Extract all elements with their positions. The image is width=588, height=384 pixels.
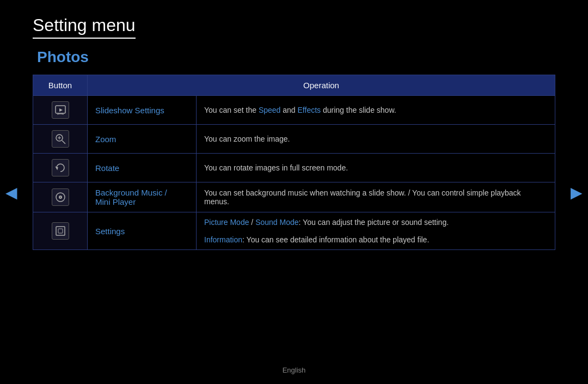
highlight-speed: Speed [259,106,280,114]
page-container: Setting menu Photos Button Operation [0,0,588,261]
settings-icon [52,222,69,240]
icon-cell-settings [33,212,88,250]
table-row: Slideshow Settings You can set the Speed… [33,96,555,125]
page-title: Setting menu [33,15,136,39]
footer-language: English [283,366,306,374]
highlight-sound-mode: Sound Mode [255,218,298,227]
icon-cell-music [33,182,88,212]
row-name-settings: Settings [88,212,197,250]
table-row: Settings Picture Mode / Sound Mode: You … [33,212,555,250]
highlight-information: Information [204,235,242,244]
col-header-operation: Operation [88,75,555,96]
highlight-picture-mode: Picture Mode [204,218,249,227]
row-name-music: Background Music / Mini Player [88,182,197,212]
highlight-effects: Effects [298,106,321,114]
zoom-icon [52,130,69,148]
nav-arrow-right[interactable]: ▶ [571,183,583,201]
icon-cell-rotate [33,154,88,182]
table-wrapper: Button Operation [33,75,555,250]
rotate-icon [52,159,69,176]
col-header-button: Button [33,75,88,96]
table-row: Background Music / Mini Player You can s… [33,182,555,212]
slideshow-icon [52,101,69,119]
music-icon [52,188,69,206]
row-name-slideshow: Slideshow Settings [88,96,197,125]
svg-line-2 [62,141,65,144]
icon-cell-zoom [33,125,88,154]
table-row: Zoom You can zoom the image. [33,125,555,154]
nav-arrow-left[interactable]: ◀ [5,183,17,201]
row-op-slideshow: You can set the Speed and Effects during… [197,96,555,125]
row-name-zoom: Zoom [88,125,197,154]
row-op-rotate: You can rotate images in full screen mod… [197,154,555,182]
section-title: Photos [37,48,555,66]
row-name-rotate: Rotate [88,154,197,182]
svg-point-8 [60,197,61,198]
svg-rect-9 [56,227,65,235]
main-table: Button Operation [33,75,555,250]
row-op-zoom: You can zoom the image. [197,125,555,154]
icon-cell-slideshow [33,96,88,125]
row-op-music: You can set background music when watchi… [197,182,555,212]
svg-rect-10 [58,229,63,233]
row-op-settings: Picture Mode / Sound Mode: You can adjus… [197,212,555,250]
table-row: Rotate You can rotate images in full scr… [33,154,555,182]
